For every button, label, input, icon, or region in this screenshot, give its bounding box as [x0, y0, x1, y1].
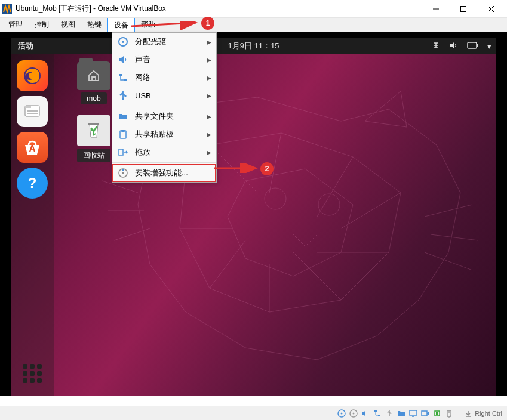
dd-install-guest-additions[interactable]: 安装增强功能...: [112, 164, 216, 182]
status-icons: [336, 408, 454, 419]
svg-text:?: ?: [28, 175, 37, 191]
svg-rect-28: [27, 110, 38, 112]
chevron-right-icon: ▶: [207, 75, 211, 81]
dd-drag-and-drop[interactable]: 拖放 ▶: [112, 143, 216, 161]
status-recording-icon[interactable]: [420, 408, 431, 419]
window-controls: [422, 0, 505, 18]
volume-icon: [449, 41, 459, 52]
dd-separator: [112, 162, 216, 163]
guest-desktop[interactable]: 活动 1月9日 11：15 ▾ A ? mob: [11, 38, 496, 396]
menu-control[interactable]: 控制: [29, 18, 55, 32]
chevron-right-icon: ▶: [207, 149, 211, 156]
svg-point-33: [341, 412, 343, 414]
system-tray[interactable]: ▾: [431, 41, 491, 52]
svg-rect-23: [468, 42, 477, 48]
status-display-icon[interactable]: [408, 408, 419, 419]
dd-network[interactable]: 网络 ▶: [112, 69, 216, 87]
status-usb-icon[interactable]: [384, 408, 395, 419]
dock-show-applications[interactable]: [17, 358, 48, 389]
chevron-right-icon: ▶: [207, 113, 211, 120]
folder-icon: [117, 110, 129, 122]
ubuntu-dock: A ?: [11, 54, 54, 396]
dd-optical-drives[interactable]: 分配光驱 ▶: [112, 33, 216, 51]
menu-hotkey[interactable]: 热键: [81, 18, 107, 32]
dd-audio[interactable]: 声音 ▶: [112, 51, 216, 69]
minimize-button[interactable]: [422, 0, 450, 18]
dock-help[interactable]: ?: [17, 168, 48, 199]
menu-manage[interactable]: 管理: [2, 18, 29, 32]
svg-rect-29: [27, 113, 38, 114]
svg-rect-16: [119, 149, 123, 155]
battery-icon: [467, 42, 479, 51]
chevron-down-icon: ▾: [487, 42, 491, 51]
dock-files[interactable]: [17, 96, 48, 127]
svg-point-11: [122, 98, 124, 100]
desktop-folder-mob[interactable]: mob: [70, 61, 117, 104]
install-icon: [117, 167, 129, 179]
dd-shared-folders[interactable]: 共享文件夹 ▶: [112, 107, 216, 125]
status-audio-icon[interactable]: [360, 408, 371, 419]
clock[interactable]: 1月9日 11：15: [228, 41, 279, 51]
network-icon: [431, 41, 441, 52]
menu-help[interactable]: 帮助: [135, 18, 161, 32]
virtualbox-icon: [2, 4, 12, 14]
clipboard-icon: [117, 128, 129, 140]
dd-usb[interactable]: USB ▶: [112, 87, 216, 104]
desktop-icons: mob 回收站: [70, 61, 117, 162]
menu-devices[interactable]: 设备: [107, 18, 135, 32]
svg-point-8: [122, 41, 124, 43]
menu-view[interactable]: 视图: [55, 18, 81, 32]
svg-point-35: [353, 412, 355, 414]
chevron-right-icon: ▶: [207, 92, 211, 99]
dd-shared-clipboard[interactable]: 共享粘贴板 ▶: [112, 125, 216, 143]
svg-rect-9: [119, 74, 122, 76]
svg-rect-27: [25, 106, 31, 108]
home-folder-icon: [77, 61, 110, 90]
host-key-label: Right Ctrl: [475, 410, 502, 417]
svg-point-12: [120, 94, 122, 96]
svg-rect-2: [461, 6, 466, 11]
trash-icon: [77, 115, 110, 146]
chevron-right-icon: ▶: [207, 131, 211, 138]
vm-viewport: 活动 1月9日 11：15 ▾ A ? mob: [0, 32, 507, 396]
host-key-indicator[interactable]: Right Ctrl: [464, 409, 502, 418]
disc-icon: [117, 36, 129, 48]
audio-icon: [117, 54, 129, 66]
dock-firefox[interactable]: [17, 60, 48, 91]
svg-point-18: [122, 172, 124, 174]
close-button[interactable]: [477, 0, 505, 18]
window-titlebar: Ubuntu_Mob [正在运行] - Oracle VM VirtualBox: [0, 0, 507, 18]
svg-rect-36: [374, 410, 377, 412]
svg-rect-37: [378, 415, 380, 416]
svg-rect-15: [121, 130, 125, 132]
usb-icon: [117, 89, 129, 101]
devices-dropdown: 分配光驱 ▶ 声音 ▶ 网络 ▶ USB ▶ 共享文件夹 ▶ 共享粘贴板 ▶ 拖…: [112, 32, 217, 183]
status-network-icon[interactable]: [372, 408, 383, 419]
activities-button[interactable]: 活动: [18, 41, 33, 51]
ubuntu-topbar: 活动 1月9日 11：15 ▾: [11, 38, 496, 54]
window-title: Ubuntu_Mob [正在运行] - Oracle VM VirtualBox: [16, 4, 422, 14]
status-harddisk-icon[interactable]: [336, 408, 347, 419]
desktop-label: mob: [81, 92, 106, 104]
svg-rect-38: [410, 410, 417, 415]
svg-rect-41: [436, 412, 438, 415]
desktop-trash[interactable]: 回收站: [70, 115, 117, 162]
status-optical-icon[interactable]: [348, 408, 359, 419]
status-cpu-icon[interactable]: [432, 408, 443, 419]
keyboard-down-icon: [464, 409, 472, 418]
status-mouse-icon[interactable]: [444, 408, 454, 419]
menubar: 管理 控制 视图 热键 设备 帮助: [0, 18, 507, 32]
svg-text:A: A: [29, 144, 36, 154]
dock-software[interactable]: A: [17, 132, 48, 163]
status-shared-folders-icon[interactable]: [396, 408, 407, 419]
drag-icon: [117, 146, 129, 158]
chevron-right-icon: ▶: [207, 39, 211, 45]
maximize-button[interactable]: [450, 0, 477, 18]
network-icon: [117, 72, 129, 84]
dd-separator: [112, 106, 216, 106]
svg-rect-10: [124, 79, 127, 81]
svg-rect-39: [422, 411, 427, 416]
svg-point-21: [265, 188, 286, 209]
chevron-right-icon: ▶: [207, 57, 211, 63]
statusbar: Right Ctrl: [0, 406, 507, 420]
